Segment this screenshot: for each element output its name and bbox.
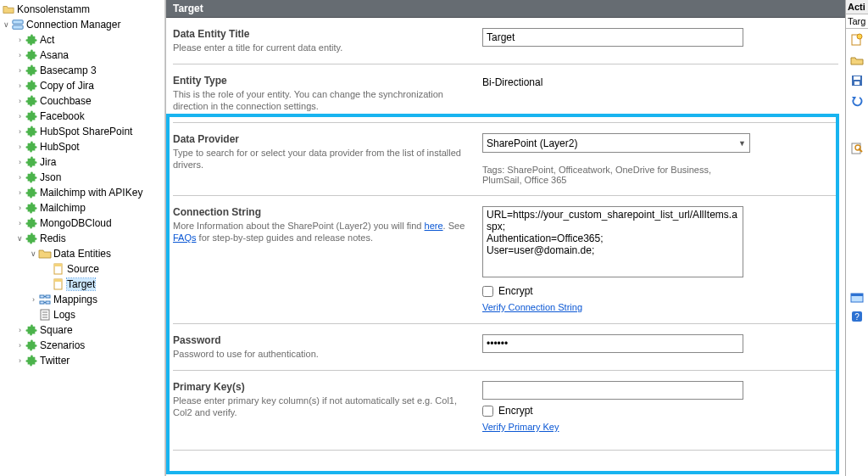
expand-icon[interactable]: › (29, 292, 38, 307)
tree-connection[interactable]: ›Act (0, 32, 164, 48)
encrypt-connstr-checkbox[interactable]: Encrypt (482, 285, 838, 297)
undo-icon[interactable] (849, 93, 865, 109)
section-data-provider: Data Provider Type to search for or sele… (173, 123, 838, 196)
data-provider-heading: Data Provider (173, 133, 474, 145)
svg-rect-15 (854, 81, 860, 85)
tree-connection[interactable]: ›HubSpot (0, 139, 164, 154)
primary-key-input[interactable] (482, 381, 743, 400)
panel-title: Target (166, 0, 845, 18)
svg-rect-9 (46, 301, 50, 304)
tree-connection-manager[interactable]: ∨ Connection Manager (0, 17, 164, 32)
svg-rect-19 (851, 294, 863, 296)
puzzle-icon (25, 125, 38, 138)
expand-icon[interactable]: › (15, 48, 25, 63)
verify-connection-string-link[interactable]: Verify Connection String (482, 302, 582, 312)
tree-connection[interactable]: ›Basecamp 3 (0, 63, 164, 78)
logs-icon (38, 308, 52, 322)
svg-rect-5 (54, 279, 62, 282)
tree-entity-source[interactable]: ·Source (0, 261, 164, 277)
connection-string-textarea[interactable]: URL=https://your_custom_sharepoint_list_… (482, 206, 743, 277)
expand-icon[interactable]: › (15, 200, 25, 216)
expand-icon[interactable]: › (15, 170, 25, 185)
tree-mappings[interactable]: ›Mappings (0, 292, 164, 307)
tree-connection[interactable]: ∨Redis (0, 231, 164, 246)
collapse-icon[interactable]: ∨ (29, 246, 38, 261)
section-password: Password Password to use for authenticat… (173, 324, 838, 371)
expand-icon[interactable]: › (15, 63, 25, 78)
tree-connection[interactable]: ›Szenarios (0, 338, 164, 353)
tree-connection[interactable]: ›Asana (0, 48, 164, 63)
tree-entity-target[interactable]: ·Target (0, 277, 164, 292)
entity-type-desc: This is the role of your entity. You can… (173, 88, 474, 112)
tree-data-entities[interactable]: ∨Data Entities (0, 246, 164, 261)
tree-connection[interactable]: ›HubSpot SharePoint (0, 124, 164, 139)
section-entity-type: Entity Type This is the role of your ent… (173, 64, 838, 123)
actions-header: Acti (846, 0, 868, 14)
puzzle-icon (25, 109, 38, 123)
expand-icon[interactable]: › (15, 78, 25, 93)
expand-icon[interactable]: › (15, 353, 25, 368)
puzzle-icon (25, 323, 38, 337)
puzzle-icon (25, 339, 38, 352)
expand-icon[interactable]: › (15, 139, 25, 154)
expand-icon[interactable]: › (15, 216, 25, 231)
tree-connection[interactable]: ›Couchbase (0, 93, 164, 109)
puzzle-icon (25, 94, 38, 108)
mappings-icon (38, 293, 52, 306)
puzzle-icon (25, 48, 38, 62)
expand-icon[interactable]: › (15, 109, 25, 124)
expand-icon[interactable]: › (15, 93, 25, 109)
expand-icon[interactable]: › (15, 124, 25, 139)
save-icon[interactable] (849, 73, 865, 88)
expand-icon[interactable]: › (15, 185, 25, 200)
tree-root[interactable]: Konsolenstamm (0, 2, 164, 17)
window-icon[interactable] (850, 291, 864, 305)
expand-icon[interactable]: › (15, 338, 25, 353)
datasource-icon (52, 277, 65, 291)
open-icon[interactable] (849, 53, 865, 68)
tree-connection[interactable]: ›Square (0, 322, 164, 338)
collapse-icon[interactable]: ∨ (15, 231, 25, 246)
tree-connection[interactable]: ›Json (0, 170, 164, 185)
tree-logs[interactable]: ·Logs (0, 307, 164, 322)
tree-connection[interactable]: ›MongoDBCloud (0, 216, 164, 231)
tree-connection[interactable]: ›Jira (0, 154, 164, 170)
collapse-icon[interactable]: ∨ (2, 17, 11, 32)
tree-connection[interactable]: ›Mailchimp with APIKey (0, 185, 164, 200)
password-input[interactable] (482, 334, 743, 353)
properties-icon[interactable] (849, 141, 865, 156)
puzzle-icon (25, 171, 38, 184)
chevron-down-icon: ▼ (738, 139, 746, 148)
entity-title-desc: Please enter a title for current data en… (173, 42, 474, 53)
svg-rect-14 (854, 76, 860, 80)
encrypt-pk-checkbox[interactable]: Encrypt (482, 405, 838, 417)
tree-connection[interactable]: ›Mailchimp (0, 200, 164, 216)
entity-title-heading: Data Entity Title (173, 28, 474, 40)
puzzle-icon (25, 64, 38, 77)
svg-rect-3 (54, 264, 62, 266)
svg-rect-7 (46, 295, 50, 298)
password-heading: Password (173, 334, 474, 346)
actions-tab-target[interactable]: Targ (846, 14, 868, 29)
tree-connection[interactable]: ›Twitter (0, 353, 164, 368)
verify-primary-key-link[interactable]: Verify Primary Key (482, 422, 559, 432)
svg-point-12 (857, 34, 862, 39)
link-faqs[interactable]: FAQs (173, 232, 197, 243)
expand-icon[interactable]: › (15, 154, 25, 170)
main-panel: Target Data Entity Title Please enter a … (165, 0, 845, 476)
help-icon[interactable]: ? (850, 310, 864, 323)
tree-connection[interactable]: ›Facebook (0, 109, 164, 124)
data-provider-combobox[interactable]: SharePoint (Layer2) ▼ (482, 133, 750, 153)
entity-title-input[interactable] (482, 28, 743, 47)
navigation-tree[interactable]: Konsolenstamm ∨ Connection Manager ›Act›… (0, 0, 165, 476)
puzzle-icon (25, 216, 38, 230)
new-icon[interactable] (849, 32, 865, 48)
tree-connection[interactable]: ›Copy of Jira (0, 78, 164, 93)
actions-strip: Acti Targ ? (845, 0, 868, 476)
expand-icon[interactable]: › (15, 322, 25, 338)
expand-icon[interactable]: › (15, 32, 25, 48)
link-here[interactable]: here (425, 221, 443, 231)
connection-manager-icon (11, 18, 25, 31)
section-connection-string: Connection String More Information about… (173, 196, 838, 324)
puzzle-icon (25, 79, 38, 92)
